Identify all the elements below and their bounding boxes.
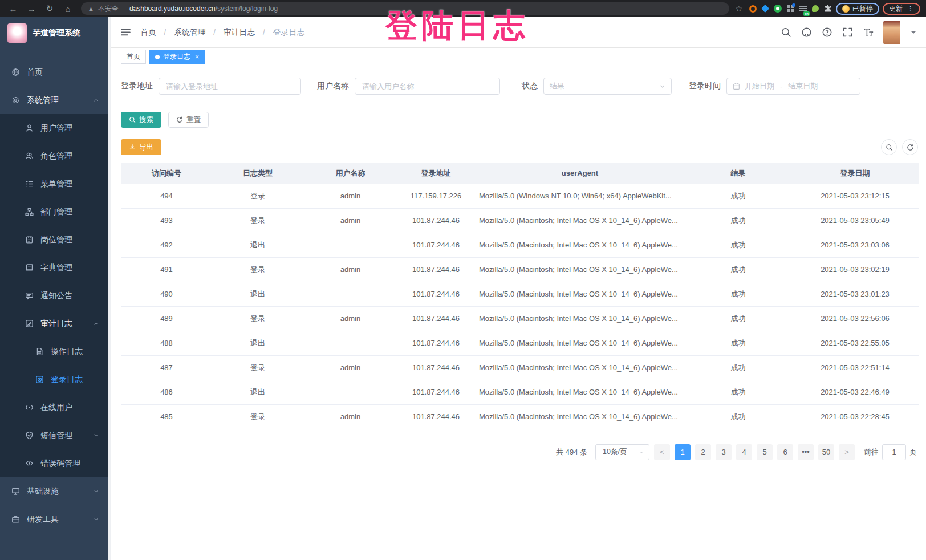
username-input[interactable] xyxy=(355,78,500,95)
page-size-select[interactable]: 10条/页 xyxy=(595,444,649,460)
home-icon[interactable]: ⌂ xyxy=(60,4,75,14)
table-cell: Mozilla/5.0 (Macintosh; Intel Mac OS X 1… xyxy=(474,233,685,257)
export-button[interactable]: 导出 xyxy=(121,139,161,155)
tab-login-log[interactable]: 登录日志 × xyxy=(149,50,205,64)
extension-orange-icon[interactable] xyxy=(748,4,757,13)
browser-update-button[interactable]: 更新 ⋮ xyxy=(883,3,920,15)
logo-area[interactable]: 芋道管理系统 xyxy=(0,17,108,49)
search-icon[interactable] xyxy=(781,27,791,38)
page-button-2[interactable]: 2 xyxy=(695,444,711,460)
status-label: 状态 xyxy=(522,81,538,91)
breadcrumb-system[interactable]: 系统管理 xyxy=(174,27,206,36)
table-cell: 2021-05-03 22:55:05 xyxy=(791,331,919,355)
chevron-up-icon xyxy=(93,320,99,327)
hide-search-button[interactable] xyxy=(881,139,897,155)
sidebar-item-home[interactable]: 首页 xyxy=(0,58,108,86)
table-cell: 101.87.244.46 xyxy=(397,306,474,331)
sidebar-item-post-management[interactable]: 岗位管理 xyxy=(0,226,108,254)
status-select[interactable]: 结果 xyxy=(543,78,672,95)
back-icon[interactable]: ← xyxy=(6,4,21,14)
refresh-table-button[interactable] xyxy=(902,139,918,155)
table-cell xyxy=(303,282,397,306)
extension-list-on-icon[interactable]: on xyxy=(798,4,807,13)
login-time-label: 登录时间 xyxy=(689,81,721,91)
extensions-puzzle-icon[interactable] xyxy=(823,4,832,13)
help-icon[interactable] xyxy=(822,27,832,38)
github-icon[interactable] xyxy=(801,27,812,38)
sidebar-item-online-users[interactable]: 在线用户 xyxy=(0,393,108,421)
column-header: 结果 xyxy=(685,163,791,184)
sidebar-item-user-management[interactable]: 用户管理 xyxy=(0,114,108,142)
browser-menu-icon[interactable]: ⋮ xyxy=(907,5,914,13)
badge-icon xyxy=(25,236,34,244)
reload-icon[interactable]: ↻ xyxy=(42,3,57,14)
search-icon xyxy=(886,144,893,151)
page-button-5[interactable]: 5 xyxy=(757,444,773,460)
date-range-picker[interactable]: 开始日期 - 结束日期 xyxy=(726,78,860,95)
sidebar-item-sms-management[interactable]: 短信管理 xyxy=(0,421,108,449)
goto-page-input[interactable] xyxy=(882,444,906,460)
forward-icon[interactable]: → xyxy=(24,4,39,14)
table-cell: Mozilla/5.0 (Macintosh; Intel Mac OS X 1… xyxy=(474,306,685,331)
table-cell: 2021-05-03 22:28:45 xyxy=(791,404,919,429)
emoji-avatar-icon xyxy=(842,5,850,13)
table-cell: 492 xyxy=(121,233,212,257)
extension-plant-icon[interactable] xyxy=(811,4,820,13)
page-button-50[interactable]: 50 xyxy=(818,444,834,460)
profile-paused-badge[interactable]: 已暂停 xyxy=(836,3,879,15)
sidebar-item-menu-management[interactable]: 菜单管理 xyxy=(0,170,108,198)
pagination: 共 494 条 10条/页 < 123456•••50 > 前往 页 xyxy=(121,444,918,460)
breadcrumb-audit-log[interactable]: 审计日志 xyxy=(224,27,255,36)
search-button[interactable]: 搜索 xyxy=(121,112,161,128)
sidebar-item-role-management[interactable]: 角色管理 xyxy=(0,142,108,170)
chevron-down-icon[interactable] xyxy=(910,29,917,36)
sidebar-item-login-log[interactable]: 登录日志 xyxy=(0,366,108,393)
table-cell: 491 xyxy=(121,257,212,282)
breadcrumb: 首页 / 系统管理 / 审计日志 / 登录日志 xyxy=(140,27,304,38)
page-button-4[interactable]: 4 xyxy=(736,444,752,460)
search-icon xyxy=(129,116,136,123)
page-button-3[interactable]: 3 xyxy=(716,444,732,460)
chevron-down-icon xyxy=(93,432,99,439)
warning-icon: ▲ xyxy=(88,5,94,12)
refresh-icon xyxy=(176,116,183,123)
tab-home[interactable]: 首页 xyxy=(121,50,146,64)
bookmark-star-icon[interactable]: ☆ xyxy=(735,4,742,13)
sidebar-item-system-management[interactable]: 系统管理 xyxy=(0,86,108,114)
table-cell: 登录 xyxy=(212,184,303,208)
page-button-6[interactable]: 6 xyxy=(777,444,793,460)
table-cell: 101.87.244.46 xyxy=(397,404,474,429)
extension-green-icon[interactable] xyxy=(773,4,782,13)
close-tab-icon[interactable]: × xyxy=(195,53,199,61)
extension-grid-icon[interactable] xyxy=(786,4,795,13)
page-more-button[interactable]: ••• xyxy=(798,444,814,460)
fullscreen-icon[interactable] xyxy=(842,27,853,38)
tags-view: 首页 登录日志 × xyxy=(111,48,926,66)
user-avatar[interactable] xyxy=(883,21,900,44)
sidebar-item-error-code-management[interactable]: 错误码管理 xyxy=(0,449,108,477)
reset-button[interactable]: 重置 xyxy=(168,112,209,128)
sidebar-item-operation-log[interactable]: 操作日志 xyxy=(0,338,108,366)
tools-icon xyxy=(11,515,20,524)
sidebar-item-audit-log[interactable]: 审计日志 xyxy=(0,310,108,338)
next-page-button[interactable]: > xyxy=(839,444,855,460)
sidebar-item-dict-management[interactable]: 字典管理 xyxy=(0,254,108,282)
table-row: 493登录admin101.87.244.46Mozilla/5.0 (Maci… xyxy=(121,208,919,233)
prev-page-button[interactable]: < xyxy=(654,444,670,460)
table-cell: 登录 xyxy=(212,404,303,429)
table-cell: 成功 xyxy=(685,233,791,257)
page-button-1[interactable]: 1 xyxy=(675,444,691,460)
sidebar-item-infrastructure[interactable]: 基础设施 xyxy=(0,477,108,505)
sidebar-item-dept-management[interactable]: 部门管理 xyxy=(0,198,108,226)
address-input[interactable] xyxy=(159,78,301,95)
breadcrumb-home[interactable]: 首页 xyxy=(140,27,156,36)
sidebar-item-notice-announcement[interactable]: 通知公告 xyxy=(0,282,108,310)
font-size-icon[interactable] xyxy=(863,27,874,38)
sidebar-item-dev-tools[interactable]: 研发工具 xyxy=(0,505,108,533)
extension-gem-icon[interactable] xyxy=(761,4,770,13)
app-logo xyxy=(7,23,27,43)
table-cell: 489 xyxy=(121,306,212,331)
hamburger-icon[interactable] xyxy=(120,27,131,38)
table-cell: 2021-05-03 22:51:14 xyxy=(791,355,919,380)
total-count: 共 494 条 xyxy=(556,447,587,457)
